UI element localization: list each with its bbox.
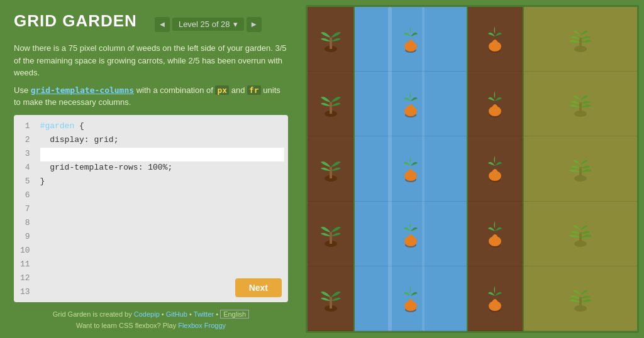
weed-cell2	[524, 202, 637, 266]
carrot-cell	[355, 7, 467, 72]
svg-rect-39	[579, 297, 582, 308]
code-input[interactable]	[40, 148, 284, 161]
svg-rect-33	[579, 102, 582, 114]
weed-cell2	[524, 7, 637, 72]
svg-point-13	[404, 106, 417, 116]
weed-cell	[308, 202, 353, 266]
english-link[interactable]: English	[220, 310, 249, 319]
carrot-cell	[468, 72, 523, 136]
code-line-5: }	[40, 175, 284, 189]
weed-cell2	[524, 266, 637, 331]
level-dropdown[interactable]: Level 25 of 28 ▾	[172, 18, 244, 31]
next-button[interactable]: Next	[235, 278, 282, 297]
svg-point-19	[404, 301, 417, 311]
carrot-cell	[468, 202, 523, 266]
garden-panel	[302, 0, 644, 338]
next-level-button[interactable]: ►	[247, 17, 262, 32]
weed-cell	[308, 7, 353, 72]
code-line-6	[40, 189, 284, 203]
svg-rect-3	[330, 102, 332, 114]
carrot-cell	[468, 136, 523, 201]
code-line-7	[40, 203, 284, 217]
line-numbers: 12345 678910 11121314	[14, 120, 36, 302]
svg-point-21	[489, 41, 501, 52]
svg-rect-9	[330, 297, 332, 308]
code-line-4: grid-template-rows: 100%;	[40, 161, 284, 175]
svg-point-15	[404, 171, 417, 181]
code-line-2: display: grid;	[40, 134, 284, 148]
svg-point-17	[404, 236, 417, 246]
svg-point-27	[489, 236, 501, 246]
description-para2: Use grid-template-columns with a combina…	[14, 84, 288, 109]
svg-rect-37	[579, 232, 582, 244]
weed-cell	[308, 136, 353, 201]
highlight-property: grid-template-columns	[31, 85, 134, 95]
weed-cell2	[524, 136, 637, 201]
codepip-link[interactable]: Codepip	[134, 310, 160, 318]
svg-point-11	[404, 41, 417, 52]
code-line-11	[40, 258, 284, 272]
garden-col-carrots	[468, 7, 525, 331]
dropdown-icon: ▾	[233, 19, 238, 29]
prev-level-button[interactable]: ◄	[155, 17, 170, 32]
garden-col-weeds	[308, 7, 355, 331]
garden-grid	[306, 5, 639, 333]
svg-rect-5	[330, 167, 332, 178]
carrot-cell	[355, 72, 467, 136]
carrot-cell	[355, 202, 467, 266]
svg-rect-7	[330, 232, 332, 244]
weed-cell	[308, 72, 353, 136]
garden-col-water	[355, 7, 468, 331]
code-content: #garden { display: grid; grid-template-r…	[36, 120, 288, 302]
carrot-cell	[355, 266, 467, 331]
github-link[interactable]: GitHub	[166, 310, 187, 318]
twitter-link[interactable]: Twitter	[194, 310, 214, 318]
description-para1: Now there is a 75 pixel column of weeds …	[14, 42, 288, 79]
code-line-10	[40, 244, 284, 258]
code-editor: 12345 678910 11121314 #garden { display:…	[14, 115, 288, 302]
carrot-cell	[355, 136, 467, 201]
carrot-cell	[468, 266, 523, 331]
weed-cell	[308, 266, 353, 331]
code-line-14	[40, 300, 284, 302]
footer: Grid Garden is created by Codepip • GitH…	[14, 308, 288, 332]
fr-label: fr	[247, 85, 261, 95]
svg-rect-35	[579, 167, 582, 178]
svg-rect-1	[330, 38, 332, 49]
code-line-9	[40, 231, 284, 244]
svg-point-25	[489, 171, 501, 181]
svg-point-23	[489, 106, 501, 116]
svg-point-29	[489, 301, 501, 311]
carrot-cell	[468, 7, 523, 72]
level-label-text: Level 25 of 28	[179, 19, 230, 29]
flexbox-froggy-link[interactable]: Flexbox Froggy	[178, 322, 226, 329]
weed-cell2	[524, 72, 637, 136]
code-input-line[interactable]	[40, 148, 284, 161]
px-label: px	[215, 85, 229, 95]
svg-rect-31	[579, 38, 582, 49]
app-title: GRID GARDEN	[14, 11, 137, 31]
code-line-8	[40, 217, 284, 231]
garden-col-weeds2	[524, 7, 637, 331]
code-line-1: #garden {	[40, 120, 284, 134]
